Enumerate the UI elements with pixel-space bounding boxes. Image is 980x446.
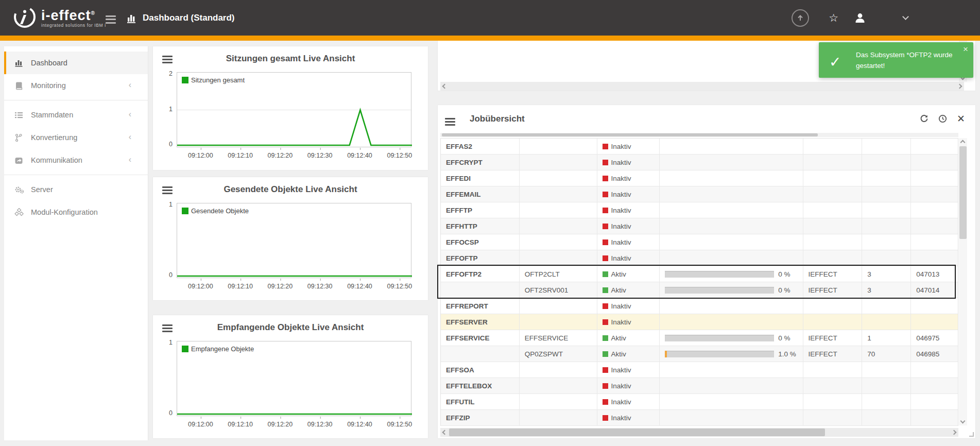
chart-legend: Gesendete Objekte: [182, 207, 249, 215]
scroll-left-arrow-icon[interactable]: [442, 84, 448, 89]
sidebar-item-server[interactable]: Server: [4, 178, 148, 201]
scrollbar-thumb[interactable]: [449, 428, 825, 436]
cell-status: Inaktiv: [597, 186, 660, 202]
cubes-icon: [14, 208, 27, 217]
table-row[interactable]: EFFTELEBOX Inaktiv: [441, 378, 958, 394]
table-row[interactable]: OFT2SRV001 Aktiv 0 % IEFFECT 3 047014: [441, 282, 958, 298]
cell-job-name: EFFSERVICE: [520, 330, 598, 346]
cell-progress: 1.0 %: [660, 346, 803, 362]
refresh-icon[interactable]: [920, 114, 929, 123]
y-tick-label: 1: [158, 201, 173, 208]
cell-subsystem: EFFSOA: [441, 362, 520, 378]
table-row[interactable]: EFFAS2 Inaktiv: [441, 139, 958, 155]
progress-label: 0 %: [778, 286, 790, 294]
scroll-right-arrow-icon[interactable]: [952, 430, 957, 435]
cell-subsystem: [441, 282, 520, 298]
cell-subsystem: EFFHTTP: [441, 218, 520, 234]
y-tick-label: 1: [158, 339, 173, 346]
table-horizontal-scrollbar[interactable]: [440, 428, 958, 437]
progress-bar: [665, 351, 774, 357]
sidebar-divider: [4, 100, 148, 100]
history-clock-icon[interactable]: [938, 114, 947, 123]
app-logo[interactable]: i-effect® integrated solutions for IBM i: [12, 5, 106, 29]
cell-user: [803, 314, 863, 330]
cell-subsystem: [441, 346, 520, 362]
scroll-left-arrow-icon[interactable]: [442, 430, 448, 435]
table-row[interactable]: EFFCRYPT Inaktiv: [441, 155, 958, 170]
status-square-icon: [603, 399, 608, 405]
x-axis: 09:12:0009:12:1009:12:2009:12:3009:12:40…: [177, 149, 411, 162]
y-tick-label: 1: [158, 106, 173, 113]
table-row[interactable]: QP0ZSPWT Aktiv 1.0 % IEFFECT 70 046985: [441, 346, 958, 362]
status-label: Inaktiv: [611, 143, 631, 150]
cell-job-count: [862, 378, 911, 393]
cell-status: Inaktiv: [597, 362, 660, 378]
cell-status: Inaktiv: [597, 170, 660, 186]
x-tick-label: 09:12:30: [307, 283, 333, 290]
sidebar-divider: [4, 175, 148, 175]
cell-job-number: [911, 234, 958, 250]
table-row[interactable]: EFFREPORT Inaktiv: [441, 298, 958, 314]
sidebar-item-stammdaten[interactable]: Stammdaten ‹: [4, 104, 148, 126]
cell-user: [803, 234, 863, 250]
table-row[interactable]: EFFUTIL Inaktiv: [441, 394, 958, 410]
panel-menu-hamburger-icon[interactable]: [445, 116, 455, 127]
resize-handle-icon[interactable]: [969, 432, 974, 437]
sidebar-item-konvertierung[interactable]: Konvertierung ‹: [4, 126, 148, 149]
sidebar-item-kommunikation[interactable]: Kommunikation ‹: [4, 149, 148, 171]
table-top-scrollbar[interactable]: [440, 133, 958, 137]
table-row[interactable]: EFFEDI Inaktiv: [441, 170, 958, 186]
gears-icon: [14, 185, 27, 194]
panel-menu-hamburger-icon[interactable]: [162, 323, 173, 334]
scroll-right-arrow-icon[interactable]: [957, 84, 962, 89]
chevron-down-icon[interactable]: [902, 13, 909, 20]
scrollbar-thumb[interactable]: [442, 133, 818, 136]
status-label: Inaktiv: [611, 302, 631, 310]
cell-user: IEFFECT: [803, 346, 863, 362]
toast-notification[interactable]: ✓ Das Subsystem *OFTP2 wurde gestartet! …: [819, 42, 973, 78]
scroll-down-arrow-icon[interactable]: [960, 419, 966, 424]
table-row[interactable]: EFFSERVICE EFFSERVICE Aktiv 0 % IEFFECT …: [441, 330, 958, 346]
cell-progress: [660, 139, 803, 154]
user-profile-icon[interactable]: [854, 12, 866, 24]
table-row[interactable]: EFFSERVER Inaktiv: [441, 314, 958, 330]
scroll-up-arrow-icon[interactable]: [960, 140, 966, 145]
table-row[interactable]: EFFHTTP Inaktiv: [441, 218, 958, 234]
job-overview-panel: Jobübersicht ✕ EFFAS2 Inaktiv: [438, 105, 975, 438]
upload-icon[interactable]: [792, 9, 809, 27]
cell-subsystem: EFFEDI: [441, 170, 520, 186]
table-row[interactable]: EFFEMAIL Inaktiv: [441, 186, 958, 202]
table-row[interactable]: EFFOFTP Inaktiv: [441, 250, 958, 266]
cell-status: Aktiv: [597, 346, 660, 362]
favorite-star-icon[interactable]: ☆: [829, 12, 838, 24]
x-tick-label: 09:12:50: [387, 152, 412, 159]
sidebar-item-monitoring[interactable]: Monitoring ‹: [4, 74, 148, 97]
cell-subsystem: EFFOCSP: [441, 234, 520, 250]
plot: Gesendete Objekte: [177, 203, 411, 278]
close-panel-icon[interactable]: ✕: [957, 115, 965, 123]
panel-menu-hamburger-icon[interactable]: [162, 54, 173, 65]
table-row[interactable]: EFFOFTP2 OFTP2CLT Aktiv 0 % IEFFECT 3 04…: [441, 266, 958, 282]
table-row[interactable]: EFFSOA Inaktiv: [441, 362, 958, 378]
panel-menu-hamburger-icon[interactable]: [162, 185, 173, 196]
table-row[interactable]: EFFFTP Inaktiv: [441, 202, 958, 218]
table-vertical-scrollbar[interactable]: [959, 138, 967, 425]
table-row[interactable]: EFFZIP Inaktiv: [441, 410, 958, 426]
cell-job-name: QP0ZSPWT: [520, 346, 598, 362]
chart-area: Empfangene Objekte 09:12:0009:12:1009:12…: [153, 341, 428, 431]
sidebar-item-dashboard[interactable]: Dashboard: [4, 52, 148, 74]
job-panel-actions: ✕: [920, 114, 965, 123]
scrollbar-thumb[interactable]: [959, 146, 967, 239]
plot: Sitzungen gesamt: [177, 72, 411, 147]
table-row[interactable]: EFFOCSP Inaktiv: [441, 234, 958, 250]
sidebar-item-modul-konfiguration[interactable]: Modul-Konfiguration: [4, 201, 148, 224]
status-label: Inaktiv: [611, 398, 631, 406]
toast-close-icon[interactable]: ×: [963, 44, 968, 55]
cell-job-number: [911, 362, 958, 378]
horizontal-scrollbar[interactable]: [440, 82, 964, 91]
cell-job-name: [520, 378, 598, 393]
chevron-left-icon: ‹: [129, 80, 131, 90]
status-square-icon: [603, 383, 608, 389]
sidebar-toggle-hamburger-icon[interactable]: [106, 13, 116, 25]
progress-bar: [665, 271, 774, 278]
